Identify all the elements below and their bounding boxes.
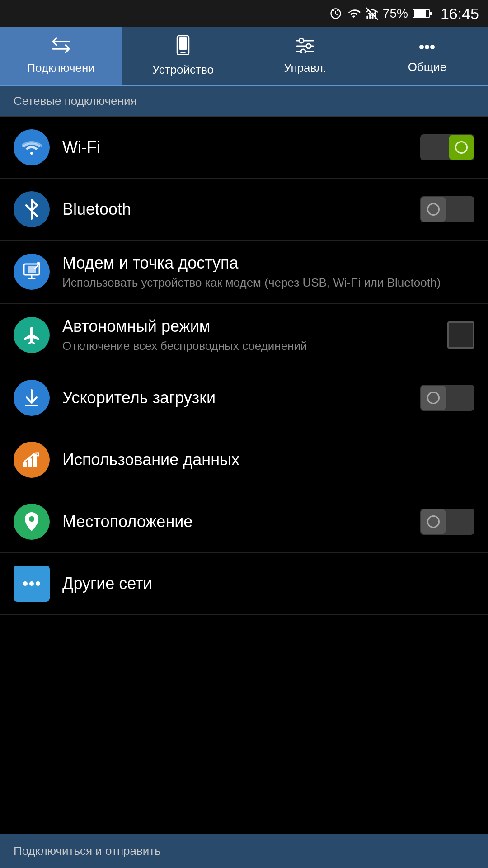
svg-rect-9 [179,37,187,50]
settings-item-location[interactable]: Местоположение [0,491,488,553]
settings-item-data-usage[interactable]: Использование данных [0,429,488,491]
section-header: Сетевые подключения [0,86,488,117]
svg-rect-25 [33,455,37,467]
settings-item-airplane[interactable]: Автономный режим Отключение всех беспров… [0,304,488,367]
settings-item-bluetooth[interactable]: Bluetooth [0,179,488,241]
tab-device-label: Устройство [152,63,214,77]
wifi-title: Wi-Fi [62,137,420,157]
tab-general[interactable]: Общие [366,27,488,85]
svg-point-18 [430,45,435,49]
svg-point-13 [306,44,311,48]
settings-list: Wi-Fi Bluetooth [0,117,488,615]
location-toggle-knob [421,509,446,534]
download-booster-toggle[interactable] [420,385,474,411]
tethering-content: Модем и точка доступа Использовать устро… [62,253,474,291]
bluetooth-title: Bluetooth [62,199,420,219]
tethering-title: Модем и точка доступа [62,253,474,273]
wifi-toggle-knob [449,135,474,160]
svg-point-27 [29,581,34,586]
svg-point-17 [425,45,429,49]
svg-rect-2 [372,13,374,19]
wifi-status-icon [347,7,361,20]
tethering-icon [14,254,50,290]
svg-rect-1 [369,14,371,19]
settings-item-more-networks[interactable]: Другие сети [0,553,488,615]
airplane-checkbox[interactable] [447,321,474,349]
svg-point-16 [419,45,424,49]
bluetooth-toggle[interactable] [420,196,474,222]
location-icon [14,504,50,540]
alarm-icon [329,7,342,20]
device-icon [176,35,190,59]
svg-rect-0 [366,16,368,19]
airplane-icon [14,317,50,353]
wifi-content: Wi-Fi [62,137,420,157]
svg-point-28 [36,581,40,586]
svg-rect-3 [375,11,376,19]
settings-item-tethering[interactable]: Модем и точка доступа Использовать устро… [0,241,488,304]
svg-rect-8 [180,52,186,53]
controls-icon [295,37,315,57]
tab-connections-label: Подключени [27,61,94,75]
general-icon [417,38,437,57]
data-usage-content: Использование данных [62,450,474,469]
tab-device[interactable]: Устройство [122,27,244,85]
airplane-subtitle: Отключение всех беспроводных соединений [62,339,447,354]
bottom-bar[interactable]: Подключиться и отправить [0,834,488,868]
more-networks-title: Другие сети [62,574,474,593]
battery-percent: 75% [383,6,408,21]
bluetooth-content: Bluetooth [62,199,420,219]
tab-controls-label: Управл. [284,61,326,75]
data-usage-icon [14,442,50,478]
data-usage-title: Использование данных [62,450,474,469]
location-content: Местоположение [62,512,420,531]
bluetooth-toggle-knob [421,197,446,222]
download-booster-toggle-knob [421,386,446,410]
status-icons: 75% 16:45 [329,5,479,23]
wifi-toggle-inner [455,141,468,154]
nav-tabs: Подключени Устройство Управл. [0,27,488,86]
svg-rect-6 [414,10,426,17]
bluetooth-icon [14,191,50,227]
tethering-subtitle: Использовать устройство как модем (через… [62,275,474,291]
download-booster-content: Ускоритель загрузки [62,388,420,407]
svg-rect-5 [429,12,432,15]
download-booster-toggle-inner [427,392,440,404]
more-networks-icon [14,566,50,602]
status-bar: 75% 16:45 [0,0,488,27]
connections-icon [51,37,71,57]
svg-rect-20 [28,266,36,273]
svg-rect-23 [23,462,27,467]
wifi-toggle[interactable] [420,134,474,160]
settings-item-download-booster[interactable]: Ускоритель загрузки [0,367,488,429]
location-toggle[interactable] [420,509,474,535]
bluetooth-toggle-inner [427,203,440,216]
battery-icon [413,8,432,19]
status-time: 16:45 [441,5,479,23]
more-networks-content: Другие сети [62,574,474,593]
airplane-content: Автономный режим Отключение всех беспров… [62,316,447,354]
svg-point-26 [23,581,28,586]
download-booster-title: Ускоритель загрузки [62,388,420,407]
airplane-title: Автономный режим [62,316,447,336]
svg-point-15 [301,49,305,53]
wifi-icon [14,129,50,165]
signal-icon [366,7,378,20]
svg-point-11 [299,38,304,43]
tab-controls[interactable]: Управл. [244,27,366,85]
settings-item-wifi[interactable]: Wi-Fi [0,117,488,179]
bottom-bar-label: Подключиться и отправить [14,844,161,858]
tab-general-label: Общие [408,60,447,74]
download-booster-icon [14,380,50,416]
svg-rect-24 [28,458,32,467]
location-toggle-inner [427,515,440,528]
svg-point-21 [37,262,40,264]
location-title: Местоположение [62,512,420,531]
tab-connections[interactable]: Подключени [0,27,122,85]
